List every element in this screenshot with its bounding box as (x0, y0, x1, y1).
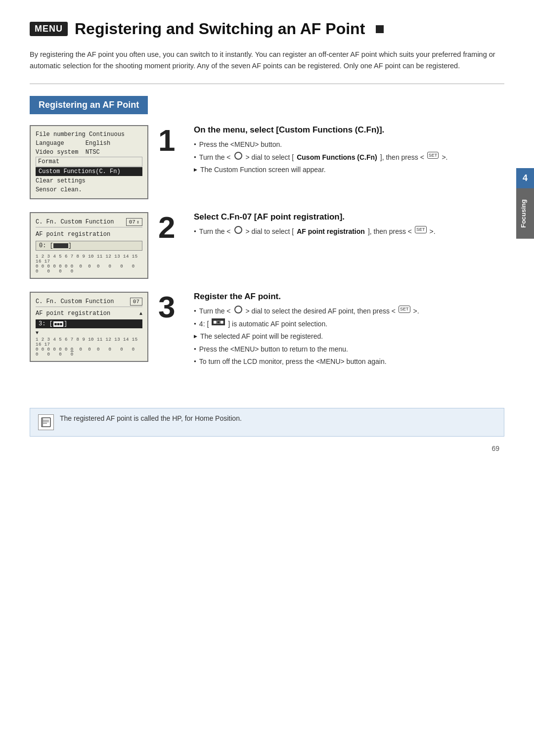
cfn-numbers-top: 1 2 3 4 5 6 7 8 9 10 11 12 13 14 15 16 1… (36, 252, 142, 264)
page-title-area: MENU Registering and Switching an AF Poi… (30, 20, 504, 38)
screen1-row-7: Sensor clean. (36, 185, 142, 194)
step3-arrow-1: The selected AF point will be registered… (194, 331, 504, 342)
step1-body: On the menu, select [Custom Functions (C… (194, 125, 504, 177)
step2-bullet-1: Turn the <> dial to select [AF point reg… (194, 226, 504, 237)
step3-bullet-1: Turn the <> dial to select the desired A… (194, 306, 504, 316)
step3-bullet-3: Press the <MENU> button to return to the… (194, 344, 504, 355)
step2-screen: C. Fn. Custom Function 07⇕ AF point regi… (30, 212, 148, 279)
side-tab-label: Focusing (516, 188, 534, 239)
step1-bullet-1: Press the <MENU> button. (194, 139, 504, 150)
screen1-row-1: File numbering Continuous (36, 130, 142, 139)
step1-list: Press the <MENU> button. Turn the <> dia… (194, 139, 504, 175)
side-tab-number: 4 (516, 168, 534, 188)
step2-body: Select C.Fn-07 [AF point registration]. … (194, 212, 504, 238)
cfn-selection: 0: [] (36, 241, 142, 251)
title-square-icon (376, 25, 384, 33)
step1-row: File numbering Continuous Language Engli… (30, 125, 504, 199)
screen1-row-4: Format (36, 157, 142, 167)
camera-screen-1: File numbering Continuous Language Engli… (30, 125, 148, 199)
page-container: 4 Focusing MENU Registering and Switchin… (0, 0, 534, 482)
step3-bullet-2: 4: [◼◻◼] is automatic AF point selection… (194, 318, 504, 329)
section-divider (30, 84, 504, 84)
cfn-title-row: C. Fn. Custom Function 07⇕ (36, 217, 142, 227)
step2-list: Turn the <> dial to select [AF point reg… (194, 226, 504, 237)
step1-bullet-2: Turn the <> dial to select [Cusom Functi… (194, 152, 504, 163)
cfn3-label: AF point registration ▲ (36, 309, 142, 318)
step3-screen: C. Fn. Custom Function 07 AF point regis… (30, 292, 148, 362)
step2-row: C. Fn. Custom Function 07⇕ AF point regi… (30, 212, 504, 279)
step1-title: On the menu, select [Custom Functions (C… (194, 125, 504, 135)
step3-title: Register the AF point. (194, 292, 504, 302)
step3-body: Register the AF point. Turn the <> dial … (194, 292, 504, 368)
note-box: The registered AF point is called the HP… (30, 408, 504, 437)
intro-paragraph: By registering the AF point you often us… (30, 49, 504, 72)
step1-number: 1 (158, 125, 184, 156)
step2-number: 2 (158, 212, 184, 243)
screen1-row-2: Language English (36, 139, 142, 148)
page-title: Registering and Switching an AF Point (75, 20, 365, 38)
step3-list: Turn the <> dial to select the desired A… (194, 306, 504, 367)
camera-screen-2: C. Fn. Custom Function 07⇕ AF point regi… (30, 212, 148, 279)
step2-title: Select C.Fn-07 [AF point registration]. (194, 212, 504, 222)
screen1-row-6: Clear settings (36, 177, 142, 185)
step1-arrow-1: The Custom Function screen will appear. (194, 164, 504, 175)
step3-row: C. Fn. Custom Function 07 AF point regis… (30, 292, 504, 368)
page-number: 69 (30, 445, 504, 452)
note-text: The registered AF point is called the HP… (60, 414, 242, 422)
cfn3-numbers-top: 1 2 3 4 5 6 7 8 9 10 11 12 13 14 15 16 1… (36, 336, 142, 347)
step3-bullet-4: To turn off the LCD monitor, press the <… (194, 356, 504, 367)
section-header: Registering an AF Point (30, 96, 504, 114)
step1-screen: File numbering Continuous Language Engli… (30, 125, 148, 199)
cfn3-triangle-down: ▼ (36, 330, 142, 336)
cfn3-title-row: C. Fn. Custom Function 07 (36, 297, 142, 307)
cfn3-selection: 3: [◼◼◼] (36, 319, 142, 328)
cfn-label: AF point registration (36, 229, 142, 239)
screen1-row-3: Video system NTSC (36, 148, 142, 157)
note-icon (38, 414, 54, 430)
cfn3-numbers-bottom: 0 0 0 0 0 0 0 0 0 0 0 0 0 0 0 0 0 (36, 347, 142, 357)
menu-badge: MENU (30, 22, 68, 36)
camera-screen-3: C. Fn. Custom Function 07 AF point regis… (30, 292, 148, 362)
step3-number: 3 (158, 292, 184, 322)
screen1-row-5-highlighted: Custom Functions(C. Fn) (36, 167, 142, 176)
svg-rect-4 (41, 418, 43, 426)
cfn-numbers-bottom: 0 0 0 0 0 0 0 0 0 0 0 0 0 0 0 0 0 (36, 264, 142, 274)
